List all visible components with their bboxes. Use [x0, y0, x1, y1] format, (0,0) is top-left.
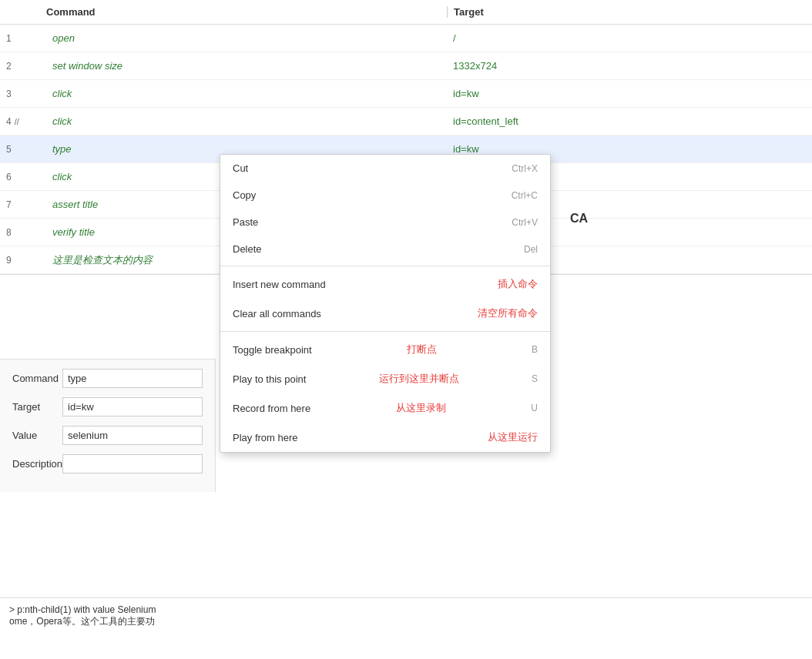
- table-row[interactable]: 4 // click id=content_left: [0, 108, 812, 135]
- menu-item-delete[interactable]: Delete Del: [220, 236, 550, 263]
- form-row-description: Description: [12, 454, 203, 473]
- table-row[interactable]: 2 set window size 1332x724: [0, 52, 812, 80]
- row-number: 2: [0, 61, 46, 72]
- row-target: id=kw: [447, 83, 812, 104]
- menu-item-toggle-label: Toggle breakpoint: [233, 344, 312, 356]
- row-target: id=content_left: [447, 111, 812, 132]
- menu-item-toggle-cn: 打断点: [407, 343, 437, 356]
- menu-item-play-here-label: Play from here: [233, 432, 298, 443]
- form-row-target: Target: [12, 397, 203, 416]
- menu-item-play-to-point[interactable]: Play to this point 运行到这里并断点 S: [220, 364, 550, 393]
- menu-item-delete-shortcut: Del: [524, 244, 538, 255]
- command-input[interactable]: [62, 369, 203, 388]
- menu-item-cut-label: Cut: [233, 162, 248, 174]
- menu-divider: [220, 331, 550, 332]
- value-label: Value: [12, 430, 62, 441]
- menu-item-clear-label: Clear all commands: [233, 308, 321, 319]
- row-number: 5: [0, 144, 46, 155]
- form-row-command: Command: [12, 369, 203, 388]
- menu-item-play-here[interactable]: Play from here 从这里运行: [220, 423, 550, 452]
- table-row[interactable]: 1 open /: [0, 25, 812, 52]
- table-row[interactable]: 3 click id=kw: [0, 80, 812, 108]
- target-label: Target: [12, 401, 62, 413]
- menu-item-record-shortcut: U: [531, 403, 538, 413]
- form-row-value: Value: [12, 426, 203, 445]
- menu-item-copy-shortcut: Ctrl+C: [512, 190, 538, 201]
- row-command: click: [46, 83, 447, 104]
- col-header-command: Command: [46, 6, 447, 18]
- menu-item-clear-commands[interactable]: Clear all commands 清空所有命令: [220, 299, 550, 328]
- description-input[interactable]: [62, 454, 203, 473]
- row-target: /: [447, 28, 812, 49]
- value-input[interactable]: [62, 426, 203, 445]
- menu-item-toggle-breakpoint[interactable]: Toggle breakpoint 打断点 B: [220, 335, 550, 364]
- menu-item-play-to-label: Play to this point: [233, 373, 306, 385]
- command-label: Command: [12, 373, 62, 384]
- menu-item-insert-cn: 插入命令: [498, 277, 538, 291]
- menu-item-paste[interactable]: Paste Ctrl+V: [220, 209, 550, 236]
- menu-item-paste-label: Paste: [233, 216, 258, 228]
- menu-item-play-here-cn: 从这里运行: [488, 430, 538, 444]
- row-number: 6: [0, 172, 46, 182]
- row-number: 1: [0, 33, 46, 44]
- menu-item-clear-cn: 清空所有命令: [478, 306, 538, 320]
- command-form: Command Target Value Description: [0, 359, 216, 492]
- context-menu: Cut Ctrl+X Copy Ctrl+C Paste Ctrl+V Dele…: [220, 154, 551, 453]
- row-number: 8: [0, 227, 46, 238]
- row-number: 9: [0, 255, 46, 266]
- menu-item-play-to-cn: 运行到这里并断点: [379, 372, 459, 386]
- menu-item-paste-shortcut: Ctrl+V: [512, 217, 538, 228]
- menu-item-insert-label: Insert new command: [233, 279, 326, 290]
- ca-badge: CA: [570, 212, 588, 226]
- status-line1: > p:nth-child(1) with value Selenium: [9, 604, 803, 615]
- menu-item-cut[interactable]: Cut Ctrl+X: [220, 155, 550, 182]
- menu-divider: [220, 266, 550, 266]
- row-target: 1332x724: [447, 55, 812, 76]
- col-header-target: Target: [447, 6, 812, 18]
- menu-item-toggle-shortcut: B: [532, 344, 538, 355]
- row-number: 4 //: [0, 116, 46, 127]
- row-command: click: [46, 111, 447, 132]
- col-header-num: [0, 6, 46, 18]
- menu-item-record-cn: 从这里录制: [396, 401, 446, 415]
- status-line2: ome，Opera等。这个工具的主要功: [9, 615, 803, 628]
- menu-item-copy-label: Copy: [233, 189, 256, 201]
- description-label: Description: [12, 458, 62, 470]
- status-bar: > p:nth-child(1) with value Selenium ome…: [0, 597, 812, 659]
- menu-item-insert-command[interactable]: Insert new command 插入命令: [220, 269, 550, 299]
- target-input[interactable]: [62, 397, 203, 416]
- menu-item-play-to-shortcut: S: [532, 373, 538, 384]
- menu-item-cut-shortcut: Ctrl+X: [512, 163, 538, 174]
- menu-item-record-here[interactable]: Record from here 从这里录制 U: [220, 393, 550, 423]
- menu-item-copy[interactable]: Copy Ctrl+C: [220, 182, 550, 209]
- row-number: 7: [0, 199, 46, 210]
- menu-item-record-label: Record from here: [233, 403, 310, 414]
- row-command: open: [46, 28, 447, 49]
- menu-item-delete-label: Delete: [233, 243, 262, 255]
- row-number: 3: [0, 89, 46, 99]
- row-command: set window size: [46, 55, 447, 76]
